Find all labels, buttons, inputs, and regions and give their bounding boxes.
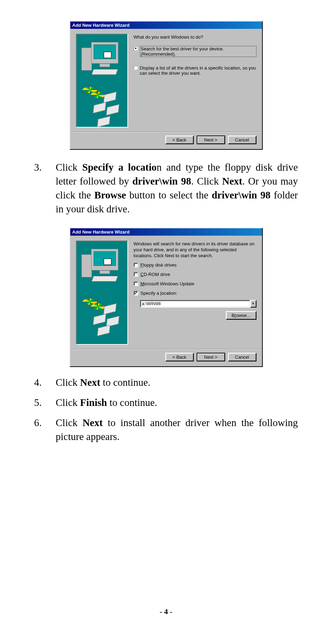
step-text: Click Finish to continue. xyxy=(56,396,298,409)
checkbox-icon xyxy=(134,291,138,295)
checkbox-specify-location[interactable]: Specify a location: xyxy=(134,291,256,296)
instruction-list: 3. Click Specify a location and type the… xyxy=(34,160,298,216)
checkbox-label: CD-ROM drive xyxy=(141,272,170,277)
checkbox-icon xyxy=(134,282,138,286)
step-text: Click Next to continue. xyxy=(56,375,298,389)
list-item: 6. Click Next to install another driver … xyxy=(34,416,298,443)
list-item: 5. Click Finish to continue. xyxy=(34,396,298,409)
checkbox-label: Specify a location: xyxy=(141,291,177,296)
radio-search-best-driver[interactable]: Search for the best driver for your devi… xyxy=(134,46,256,57)
browse-button[interactable]: Browse... xyxy=(226,311,256,320)
radio-label: Search for the best driver for your devi… xyxy=(140,46,256,57)
cancel-button[interactable]: Cancel xyxy=(228,353,256,361)
step-number: 4. xyxy=(34,375,48,389)
list-item: 3. Click Specify a location and type the… xyxy=(34,160,298,216)
checkbox-ms-update[interactable]: Microsoft Windows Update xyxy=(134,281,256,286)
checkbox-icon xyxy=(134,263,138,267)
list-item: 4. Click Next to continue. xyxy=(34,375,298,389)
location-dropdown-button[interactable] xyxy=(250,300,256,308)
dialog-title: Add New Hardware Wizard xyxy=(70,228,262,236)
dialog-title: Add New Hardware Wizard xyxy=(70,22,262,29)
step-number: 3. xyxy=(34,160,48,216)
location-input[interactable] xyxy=(140,300,250,308)
wizard-side-graphic xyxy=(76,34,128,128)
step-text: Click Next to install another driver whe… xyxy=(56,416,298,443)
checkbox-label: Floppy disk drives xyxy=(141,262,177,268)
page-number: - 4 - xyxy=(0,607,332,616)
checkbox-label: Microsoft Windows Update xyxy=(141,281,195,286)
cancel-button[interactable]: Cancel xyxy=(228,136,256,144)
radio-dot-icon xyxy=(134,66,138,70)
step-number: 6. xyxy=(34,416,48,443)
wizard-dialog-2: Add New Hardware Wizard Windows will sea… xyxy=(70,228,263,367)
back-button[interactable]: < Back xyxy=(165,353,194,361)
radio-display-list[interactable]: Display a list of all the drivers in a s… xyxy=(134,65,256,76)
back-button[interactable]: < Back xyxy=(165,136,194,144)
checkbox-floppy[interactable]: Floppy disk drives xyxy=(134,262,256,268)
next-button[interactable]: Next > xyxy=(197,353,225,361)
wizard-side-graphic xyxy=(76,241,128,345)
radio-dot-icon xyxy=(134,46,138,50)
checkbox-cdrom[interactable]: CD-ROM drive xyxy=(134,272,256,277)
dialog-prompt: What do you want Windows to do? xyxy=(134,34,256,40)
checkbox-icon xyxy=(134,272,138,277)
wizard-dialog-1: Add New Hardware Wizard What do you want… xyxy=(70,21,263,150)
radio-label: Display a list of all the drivers in a s… xyxy=(140,65,256,76)
instruction-list: 4. Click Next to continue. 5. Click Fini… xyxy=(34,375,298,443)
step-text: Click Specify a location and type the fl… xyxy=(56,160,298,216)
step-number: 5. xyxy=(34,396,48,409)
next-button[interactable]: Next > xyxy=(197,136,225,144)
dialog-intro: Windows will search for new drivers in i… xyxy=(134,241,256,259)
